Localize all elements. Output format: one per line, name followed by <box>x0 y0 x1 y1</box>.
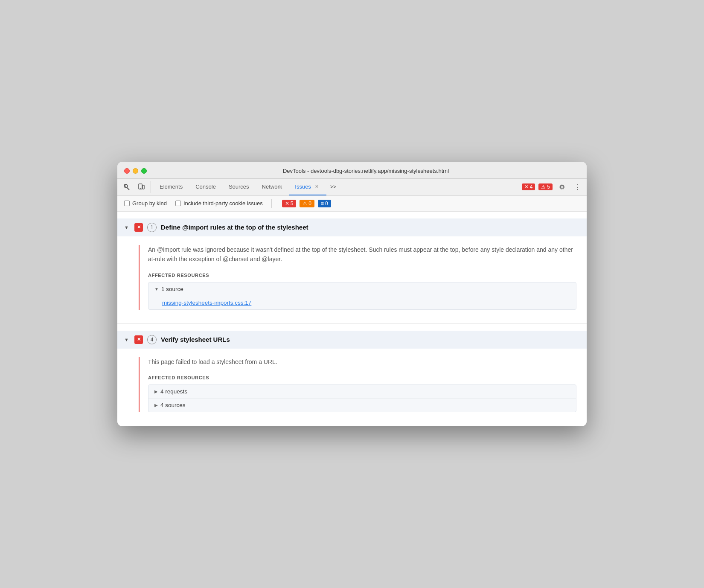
issue-1-count-badge: 1 <box>147 223 157 232</box>
issue-1-source-chevron-icon: ▼ <box>154 287 159 291</box>
device-icon[interactable] <box>135 181 147 193</box>
more-icon[interactable]: ⋮ <box>571 181 583 193</box>
window-title: DevTools - devtools-dbg-stories.netlify.… <box>152 168 580 174</box>
issue-1-affected-label: AFFECTED RESOURCES <box>148 273 576 278</box>
filter-error-badge[interactable]: ✕ 5 <box>282 200 297 207</box>
issue-2-source-chevron-icon: ▶ <box>154 403 158 408</box>
issues-content: ▼ ✕ 1 Define @import rules at the top of… <box>117 212 587 426</box>
error-badge[interactable]: ✕ 4 <box>522 183 535 190</box>
inspect-icon[interactable] <box>121 181 133 193</box>
issue-block-1: ▼ ✕ 1 Define @import rules at the top of… <box>117 212 587 324</box>
issue-2-source-group[interactable]: ▶ 4 sources <box>148 399 576 412</box>
tab-issues[interactable]: Issues ✕ <box>289 178 326 195</box>
svg-rect-5 <box>143 185 144 189</box>
toolbar: Elements Console Sources Network Issues … <box>117 179 587 196</box>
toolbar-icons <box>121 181 151 193</box>
third-party-filter[interactable]: Include third-party cookie issues <box>175 200 263 207</box>
tab-issues-close[interactable]: ✕ <box>314 183 320 190</box>
close-button[interactable] <box>124 168 130 174</box>
issue-1-chevron-down-icon: ▼ <box>124 225 130 230</box>
warning-badge-alt[interactable]: ⚠ 5 <box>538 183 553 190</box>
issue-2-resources-box: ▶ 4 requests ▶ 4 sources <box>148 384 576 412</box>
titlebar: DevTools - devtools-dbg-stories.netlify.… <box>117 162 587 179</box>
issue-1-body: An @import rule was ignored because it w… <box>117 236 587 317</box>
issue-2-request-chevron-icon: ▶ <box>154 389 158 394</box>
tab-elements[interactable]: Elements <box>154 178 189 195</box>
settings-icon[interactable]: ⚙ <box>556 181 568 193</box>
issue-2-request-group[interactable]: ▶ 4 requests <box>148 385 576 399</box>
issue-2-header[interactable]: ▼ ✕ 4 Verify stylesheet URLs <box>117 331 587 349</box>
filter-badges: ✕ 5 ⚠ 0 ≡ 0 <box>282 200 331 207</box>
issue-1-error-icon: ✕ <box>134 223 143 232</box>
issue-2-count-badge: 4 <box>147 335 157 344</box>
overflow-button[interactable]: >> <box>327 181 339 193</box>
third-party-checkbox[interactable] <box>175 201 181 206</box>
tab-issues-inner: Issues ✕ <box>295 183 320 190</box>
issue-2-affected-label: AFFECTED RESOURCES <box>148 375 576 380</box>
devtools-window: DevTools - devtools-dbg-stories.netlify.… <box>117 162 587 426</box>
svg-point-3 <box>124 184 128 188</box>
issue-2-chevron-down-icon: ▼ <box>124 337 130 342</box>
issue-2-title: Verify stylesheet URLs <box>161 336 230 343</box>
issue-2-description: This page failed to load a stylesheet fr… <box>148 357 576 367</box>
traffic-lights <box>124 168 147 174</box>
issue-block-2: ▼ ✕ 4 Verify stylesheet URLs This page f… <box>117 324 587 426</box>
issue-1-resources-box: ▼ 1 source missing-stylesheets-imports.c… <box>148 282 576 310</box>
issue-1-title: Define @import rules at the top of the s… <box>161 224 308 231</box>
issue-1-header[interactable]: ▼ ✕ 1 Define @import rules at the top of… <box>117 218 587 236</box>
issue-1-resource-link[interactable]: missing-stylesheets-imports.css:17 <box>148 296 576 309</box>
issue-2-body: This page failed to load a stylesheet fr… <box>117 349 587 419</box>
toolbar-end: ✕ 4 ⚠ 5 ⚙ ⋮ <box>522 181 583 193</box>
issue-1-description: An @import rule was ignored because it w… <box>148 245 576 264</box>
maximize-button[interactable] <box>141 168 147 174</box>
issue-2-error-icon: ✕ <box>134 335 143 344</box>
issue-1-source-group[interactable]: ▼ 1 source <box>148 282 576 296</box>
tab-console[interactable]: Console <box>189 178 222 195</box>
group-by-kind-checkbox[interactable] <box>124 201 130 206</box>
issue-1-body-inner: An @import rule was ignored because it w… <box>139 245 576 310</box>
minimize-button[interactable] <box>133 168 138 174</box>
tab-sources[interactable]: Sources <box>223 178 255 195</box>
filter-message-badge[interactable]: ≡ 0 <box>318 200 331 207</box>
issue-2-body-inner: This page failed to load a stylesheet fr… <box>139 357 576 412</box>
tab-network[interactable]: Network <box>256 178 288 195</box>
filter-warning-badge[interactable]: ⚠ 0 <box>300 200 314 207</box>
filterbar: Group by kind Include third-party cookie… <box>117 196 587 212</box>
group-by-kind-filter[interactable]: Group by kind <box>124 200 167 207</box>
filter-separator <box>271 199 272 208</box>
